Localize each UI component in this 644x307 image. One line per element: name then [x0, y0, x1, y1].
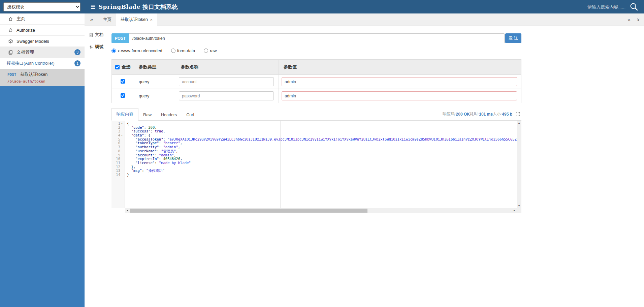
- response-tab-curl[interactable]: Curl: [182, 110, 199, 120]
- lock-icon: [8, 28, 13, 33]
- scroll-right-icon[interactable]: ▸: [512, 208, 517, 213]
- hscroll-thumb[interactable]: [130, 209, 367, 213]
- scrollbar-corner: [517, 208, 521, 213]
- radio-input[interactable]: [204, 49, 208, 53]
- models-icon: [8, 39, 13, 44]
- tabs-scroll-left-icon[interactable]: «: [85, 13, 99, 26]
- api-path-label: /blade-auth/token: [7, 79, 81, 84]
- row-checkbox[interactable]: [121, 79, 125, 84]
- tab-debug-label: 调试: [95, 44, 103, 50]
- param-name-input[interactable]: [179, 77, 274, 86]
- sidebar-item-home[interactable]: 主页: [0, 13, 85, 25]
- time-label: 耗时:: [470, 111, 479, 117]
- status-code-label: 响应码:: [443, 111, 456, 117]
- response-tab-headers[interactable]: Headers: [156, 110, 182, 120]
- method-chip: POST: [111, 33, 129, 43]
- sidebar-item-authorize[interactable]: Authorize: [0, 25, 85, 36]
- fullscreen-icon[interactable]: [516, 112, 520, 116]
- radio-label: x-www-form-urlencoded: [118, 49, 162, 53]
- tab-get-token[interactable]: 获取认证token ×: [116, 13, 157, 26]
- col-param-type: 参数类型: [134, 60, 176, 75]
- document-icon: [89, 33, 93, 37]
- tabs-scroll-right-icon[interactable]: »: [627, 17, 630, 23]
- select-all-label: 全选: [122, 64, 130, 70]
- editor-gutter: 1▾234▾567891011121314: [111, 121, 125, 208]
- doc-debug-tabs: 文档 调试: [85, 26, 108, 252]
- time-value: 101 ms: [479, 112, 493, 117]
- radio-input[interactable]: [111, 49, 116, 53]
- doc-count-badge: 3: [74, 49, 80, 55]
- tab-document[interactable]: 文档: [85, 29, 108, 41]
- scroll-left-icon[interactable]: ◂: [125, 208, 130, 213]
- send-button[interactable]: 发 送: [505, 33, 521, 43]
- size-label: 大小:: [493, 111, 502, 117]
- param-value-input[interactable]: [282, 77, 517, 86]
- tabs-menu-icon[interactable]: »: [636, 18, 641, 21]
- fold-toggle-icon[interactable]: ▾: [120, 133, 124, 137]
- tab-home[interactable]: 主页: [99, 13, 116, 26]
- radio-raw[interactable]: raw: [204, 49, 217, 53]
- param-row-password: query: [112, 89, 521, 103]
- tabbar-right-controls: » »: [627, 13, 640, 26]
- debug-panel: POST 发 送 x-www-form-urlencoded form-data…: [111, 26, 521, 213]
- param-value-input[interactable]: [282, 91, 517, 100]
- code-line: {: [127, 122, 517, 126]
- code-line: "authority": "admin",: [127, 145, 517, 149]
- radio-input[interactable]: [171, 49, 175, 53]
- request-bar: POST 发 送: [111, 33, 521, 43]
- code-line: "msg": "操作成功": [127, 169, 517, 173]
- radio-x-www-form-urlencoded[interactable]: x-www-form-urlencoded: [111, 49, 162, 53]
- tab-close-icon[interactable]: ×: [150, 17, 153, 22]
- scroll-up-icon[interactable]: ▴: [517, 121, 521, 125]
- sidebar-item-label: 主页: [17, 16, 25, 22]
- code-line: "success": true,: [127, 129, 517, 133]
- group-count-badge: 1: [74, 60, 80, 66]
- tabbar: « 主页 获取认证token × » »: [85, 13, 644, 26]
- search-input[interactable]: [575, 4, 625, 9]
- code-line: "userName": "管理员",: [127, 149, 517, 153]
- sidebar-group-auth-controller[interactable]: 授权接口(Auth Controller) 1: [0, 58, 85, 69]
- params-header-row: 全选 参数类型 参数名称 参数值: [112, 60, 521, 75]
- app-brand: ☰ SpringBlade 接口文档系统: [91, 3, 178, 11]
- response-tab-content[interactable]: 响应内容: [111, 108, 138, 121]
- home-icon: [8, 17, 13, 22]
- request-url-input[interactable]: [129, 33, 505, 43]
- api-method-label: POST: [7, 72, 17, 77]
- response-tabs: 响应内容 Raw Headers Curl 响应码:200 OK耗时:101 m…: [111, 109, 521, 121]
- module-select[interactable]: 授权模块: [3, 2, 80, 11]
- docs-icon: [8, 50, 13, 55]
- sidebar-item-swagger-models[interactable]: Swagger Models: [0, 36, 85, 47]
- row-checkbox[interactable]: [121, 93, 125, 98]
- app-title: SpringBlade 接口文档系统: [99, 3, 178, 11]
- response-tab-raw[interactable]: Raw: [138, 110, 156, 120]
- fold-toggle-icon[interactable]: ▾: [120, 122, 124, 126]
- code-line: "account": "admin",: [127, 153, 517, 157]
- radio-form-data[interactable]: form-data: [171, 49, 195, 53]
- scroll-down-icon[interactable]: ▾: [517, 204, 521, 208]
- param-row-account: query: [112, 75, 521, 89]
- param-name-input[interactable]: [179, 91, 274, 100]
- sidebar-api-get-token[interactable]: POST 获取认证token /blade-auth/token: [0, 69, 85, 86]
- editor-code[interactable]: { "code": 200, "success": true, "data": …: [125, 121, 517, 208]
- radio-label: raw: [210, 49, 217, 53]
- code-line: },: [127, 165, 517, 169]
- app-header: 授权模块 ☰ SpringBlade 接口文档系统: [0, 0, 644, 13]
- col-param-value: 参数值: [279, 60, 521, 75]
- editor-vscrollbar[interactable]: ▴ ▾: [517, 121, 521, 208]
- select-all-checkbox[interactable]: [115, 65, 120, 69]
- sidebar: 主页 Authorize Swagger Models 文档管理 3 授权接口(…: [0, 13, 85, 307]
- response-editor: 1▾234▾567891011121314 { "code": 200, "su…: [111, 121, 521, 213]
- status-code-value: 200 OK: [456, 112, 470, 117]
- code-line: "tokenType": "bearer",: [127, 141, 517, 145]
- sidebar-item-doc-management[interactable]: 文档管理 3: [0, 47, 85, 58]
- sidebar-item-label: 文档管理: [17, 49, 34, 55]
- response-stats: 响应码:200 OK耗时:101 ms大小:495 b: [443, 111, 520, 117]
- search-icon[interactable]: [630, 2, 639, 11]
- tab-debug[interactable]: 调试: [85, 41, 108, 53]
- api-name-label: 获取认证token: [21, 72, 48, 78]
- tab-label: 获取认证token: [121, 17, 148, 23]
- main-area: « 主页 获取认证token × » » 文档 调试 POST: [85, 13, 644, 307]
- editor-hscrollbar[interactable]: ◂ ▸: [125, 208, 517, 213]
- code-line: }: [127, 173, 517, 177]
- tab-label: 主页: [103, 17, 111, 23]
